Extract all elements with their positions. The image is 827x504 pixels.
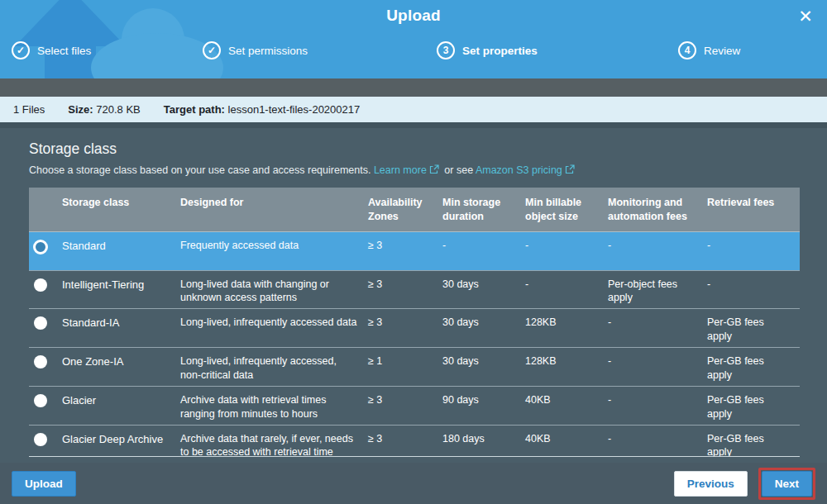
- duration-cell: 30 days: [442, 309, 525, 347]
- dialog-title: Upload: [0, 7, 827, 25]
- next-button-annotation-highlight: Next: [758, 468, 815, 500]
- check-icon: ✓: [203, 41, 221, 59]
- az-cell: ≥ 3: [368, 271, 442, 309]
- designed-for-cell: Frequently accessed data: [180, 232, 368, 270]
- monitoring-cell: Per-object fees apply: [608, 271, 707, 309]
- radio-icon[interactable]: [34, 278, 47, 292]
- storage-class-cell: Intelligent-Tiering: [62, 271, 180, 309]
- radio-icon[interactable]: [34, 433, 47, 446]
- designed-for-cell: Long-lived, infrequently accessed, non-c…: [180, 348, 368, 386]
- table-row-glacier[interactable]: Glacier Archive data with retrieval time…: [29, 386, 800, 425]
- previous-button[interactable]: Previous: [674, 471, 748, 497]
- billable-size-cell: 40KB: [525, 426, 608, 458]
- billable-size-cell: 128KB: [525, 348, 608, 386]
- billable-size-cell: -: [525, 271, 608, 309]
- duration-cell: 90 days: [442, 387, 525, 425]
- file-count: 1 Files: [13, 103, 45, 116]
- column-header: Min storage duration: [442, 188, 525, 231]
- step-label: Review: [704, 45, 740, 57]
- designed-for-cell: Long-lived, infrequently accessed data: [180, 309, 368, 347]
- radio-icon[interactable]: [34, 355, 47, 368]
- section-description: Choose a storage class based on your use…: [29, 164, 800, 177]
- monitoring-cell: -: [608, 426, 707, 458]
- retrieval-cell: Per-GB fees apply: [707, 348, 800, 386]
- step-indicator: ✓ Select files ✓ Set permissions 3 Set p…: [0, 41, 827, 68]
- az-cell: ≥ 3: [368, 387, 442, 425]
- external-link-icon: [429, 164, 439, 177]
- step-review[interactable]: 4 Review: [678, 41, 740, 59]
- size-value: 720.8 KB: [96, 103, 141, 116]
- dialog-footer: Upload Previous Next: [0, 463, 827, 504]
- column-header: Min billable object size: [525, 188, 608, 231]
- retrieval-cell: -: [707, 271, 800, 309]
- duration-cell: -: [442, 232, 525, 270]
- billable-size-cell: 40KB: [525, 387, 608, 425]
- duration-cell: 30 days: [442, 348, 525, 386]
- monitoring-cell: -: [608, 309, 707, 347]
- step-number-icon: 3: [437, 41, 455, 59]
- column-header: Availability Zones: [368, 188, 442, 231]
- az-cell: ≥ 3: [368, 309, 442, 347]
- upload-button[interactable]: Upload: [12, 471, 76, 497]
- radio-column-header: [29, 188, 62, 231]
- next-button[interactable]: Next: [762, 471, 812, 497]
- step-label: Select files: [37, 45, 91, 57]
- az-cell: ≥ 1: [368, 348, 442, 386]
- description-text: Choose a storage class based on your use…: [29, 164, 370, 176]
- duration-cell: 180 days: [442, 426, 525, 458]
- az-cell: ≥ 3: [368, 232, 442, 270]
- retrieval-cell: Per-GB fees apply: [707, 387, 800, 425]
- az-cell: ≥ 3: [368, 426, 442, 458]
- storage-class-cell: Glacier Deep Archive: [62, 426, 180, 458]
- designed-for-cell: Archive data with retrieval times rangin…: [180, 387, 368, 425]
- section-title: Storage class: [29, 140, 800, 158]
- table-row-standard-ia[interactable]: Standard-IA Long-lived, infrequently acc…: [29, 308, 800, 347]
- monitoring-cell: -: [608, 348, 707, 386]
- size-label: Size:: [68, 103, 93, 116]
- learn-more-link[interactable]: Learn more: [374, 164, 427, 176]
- table-row-glacier-deep-archive[interactable]: Glacier Deep Archive Archive data that r…: [29, 425, 800, 458]
- billable-size-cell: 128KB: [525, 309, 608, 347]
- table-row-intelligent-tiering[interactable]: Intelligent-Tiering Long-lived data with…: [29, 270, 800, 309]
- table-row-one-zone-ia[interactable]: One Zone-IA Long-lived, infrequently acc…: [29, 347, 800, 386]
- storage-class-cell: Standard: [62, 232, 180, 270]
- column-header: Storage class: [62, 188, 180, 231]
- step-label: Set permissions: [228, 45, 308, 57]
- or-see-text: or see: [444, 164, 473, 176]
- column-header: Monitoring and automation fees: [608, 188, 707, 231]
- dialog-header: Upload ✕ ✓ Select files ✓ Set permission…: [0, 0, 827, 78]
- check-icon: ✓: [12, 41, 30, 59]
- storage-class-cell: Glacier: [62, 387, 180, 425]
- radio-icon[interactable]: [34, 316, 47, 330]
- file-info-bar: 1 Files Size: 720.8 KB Target path: less…: [0, 97, 827, 122]
- step-set-properties[interactable]: 3 Set properties: [437, 41, 538, 59]
- radio-icon[interactable]: [34, 394, 47, 407]
- target-path-value: lesson1-text-files-20200217: [228, 103, 361, 116]
- retrieval-cell: -: [707, 232, 800, 270]
- radio-selected-icon[interactable]: [33, 240, 48, 254]
- monitoring-cell: -: [608, 387, 707, 425]
- storage-class-table: Storage class Designed for Availability …: [29, 188, 800, 457]
- duration-cell: 30 days: [442, 271, 525, 309]
- column-header: Retrieval fees: [707, 188, 800, 231]
- s3-pricing-link[interactable]: Amazon S3 pricing: [476, 164, 562, 176]
- step-set-permissions[interactable]: ✓ Set permissions: [203, 41, 308, 59]
- target-path: Target path: lesson1-text-files-20200217: [164, 103, 361, 116]
- close-icon[interactable]: ✕: [794, 5, 817, 28]
- retrieval-cell: Per-GB fees apply: [707, 426, 800, 458]
- step-select-files[interactable]: ✓ Select files: [12, 41, 91, 59]
- storage-class-cell: Standard-IA: [62, 309, 180, 347]
- designed-for-cell: Long-lived data with changing or unknown…: [180, 271, 368, 309]
- column-header: Designed for: [180, 188, 368, 231]
- monitoring-cell: -: [608, 232, 707, 270]
- storage-class-cell: One Zone-IA: [62, 348, 180, 386]
- table-row-standard[interactable]: Standard Frequently accessed data ≥ 3 - …: [29, 231, 800, 270]
- header-divider-bar: [0, 78, 827, 97]
- target-path-label: Target path:: [164, 103, 225, 116]
- upload-dialog: Upload ✕ ✓ Select files ✓ Set permission…: [0, 0, 827, 504]
- external-link-icon: [565, 164, 575, 177]
- billable-size-cell: -: [525, 232, 608, 270]
- step-number-icon: 4: [678, 41, 696, 59]
- step-label: Set properties: [462, 45, 538, 57]
- storage-class-section: Storage class Choose a storage class bas…: [0, 128, 827, 457]
